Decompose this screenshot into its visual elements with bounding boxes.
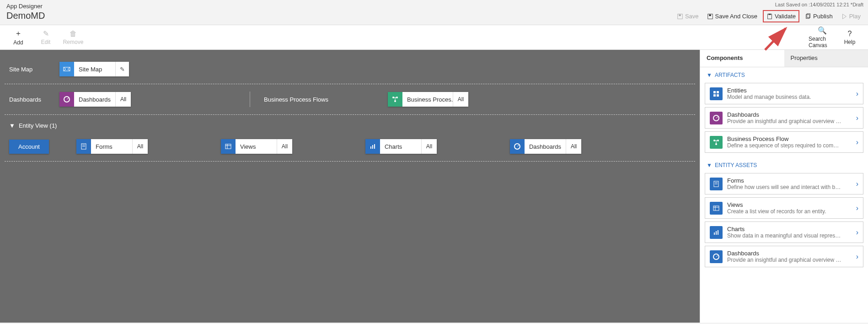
component-forms[interactable]: FormsDefine how users will see and inter… [705, 173, 863, 194]
forms-icon [710, 178, 723, 190]
save-button: Save [674, 11, 702, 22]
app-title: App Designer [6, 3, 862, 10]
svg-rect-24 [374, 144, 375, 149]
save-and-close-button[interactable]: Save And Close [704, 11, 761, 22]
ent-dashboards-count[interactable]: All [566, 139, 581, 154]
charts-text: Charts [380, 139, 421, 154]
component-views[interactable]: ViewsCreate a list view of records for a… [705, 197, 863, 219]
save-and-close-label: Save And Close [715, 13, 758, 20]
charts-icon [365, 139, 380, 154]
header-actions: Save Save And Close Validate Publish Pla… [674, 10, 863, 22]
save-close-icon [707, 13, 713, 20]
remove-button: 🗑 Remove [59, 30, 87, 45]
entities-title: Entities [727, 87, 811, 94]
bpf-card[interactable]: Business Proces... All [388, 92, 468, 107]
add-button[interactable]: ＋ Add [5, 29, 32, 46]
chevron-right-icon: › [856, 253, 858, 261]
views-comp-title: Views [727, 201, 826, 208]
svg-rect-19 [225, 144, 231, 149]
help-button[interactable]: ? Help [836, 30, 863, 45]
chevron-right-icon: › [856, 90, 858, 98]
account-entity-card[interactable]: Account [9, 140, 49, 154]
publish-button[interactable]: Publish [802, 11, 836, 22]
tab-properties[interactable]: Properties [784, 50, 868, 67]
chevron-down-icon: ▼ [707, 72, 712, 78]
forms-text: Forms [91, 139, 132, 154]
save-icon [677, 13, 683, 20]
help-icon: ? [848, 30, 852, 38]
charts-comp-desc: Show data in a meaningful and visual rep… [727, 232, 841, 239]
chevron-right-icon: › [856, 180, 858, 188]
tab-components[interactable]: Components [700, 50, 784, 67]
play-button: Play [838, 11, 863, 22]
entity-assets-section-header[interactable]: ▼ ENTITY ASSETS [700, 157, 868, 170]
validate-label: Validate [775, 13, 796, 20]
entity-view-header[interactable]: ▼ Entity View (1) [5, 115, 695, 132]
entities-icon [710, 87, 723, 100]
sitemap-icon [59, 62, 74, 76]
artifacts-section-header[interactable]: ▼ ARTIFACTS [700, 67, 868, 80]
svg-rect-37 [713, 206, 719, 211]
entity-dashboards-card[interactable]: Dashboards All [510, 139, 581, 154]
sitemap-label: Site Map [9, 66, 59, 73]
views-card[interactable]: Views All [221, 139, 292, 154]
dashboards-asset-desc: Provide an insightful and graphical over… [727, 257, 841, 263]
views-count[interactable]: All [277, 139, 292, 154]
bpf-icon [710, 136, 723, 149]
play-icon [841, 13, 847, 20]
svg-rect-5 [768, 13, 771, 15]
charts-icon [710, 226, 723, 239]
component-entities[interactable]: EntitiesModel and manage business data. … [705, 83, 863, 104]
dashboard-icon [510, 139, 525, 154]
forms-count[interactable]: All [132, 139, 148, 154]
edit-button: ✎ Edit [32, 29, 59, 45]
sidebar-tabs: Components Properties [700, 50, 868, 67]
component-charts[interactable]: ChartsShow data in a meaningful and visu… [705, 221, 863, 243]
sitemap-card[interactable]: Site Map ✎ [59, 62, 129, 76]
charts-card[interactable]: Charts All [365, 139, 437, 154]
bpf-count[interactable]: All [453, 92, 468, 107]
bpf-label: Business Process Flows [264, 96, 328, 103]
charts-count[interactable]: All [421, 139, 437, 154]
search-label: Search Canvas [809, 36, 836, 49]
dashboards-count[interactable]: All [115, 92, 131, 107]
component-bpf[interactable]: Business Process FlowDefine a sequence o… [705, 131, 863, 153]
forms-card[interactable]: Forms All [76, 139, 148, 154]
remove-label: Remove [63, 39, 84, 45]
sitemap-row: Site Map Site Map ✎ [5, 54, 695, 84]
chevron-down-icon: ▼ [9, 122, 15, 129]
dashboards-comp-desc: Provide an insightful and graphical over… [727, 118, 841, 124]
component-dashboards-asset[interactable]: DashboardsProvide an insightful and grap… [705, 246, 863, 267]
svg-rect-26 [713, 91, 716, 93]
divider [250, 92, 250, 107]
chevron-down-icon: ▼ [707, 162, 712, 168]
dashboard-icon [59, 92, 74, 107]
plus-icon: ＋ [15, 29, 22, 38]
chevron-right-icon: › [856, 228, 858, 237]
chevron-right-icon: › [856, 138, 858, 146]
bpf-comp-desc: Define a sequence of steps required to c… [727, 142, 841, 149]
svg-rect-28 [713, 94, 716, 97]
views-comp-desc: Create a list view of records for an ent… [727, 208, 826, 215]
forms-comp-desc: Define how users will see and interact w… [727, 184, 841, 190]
designer-canvas: Site Map Site Map ✎ Dashboards Dashboard… [0, 50, 700, 323]
entity-view-label: Entity View (1) [19, 122, 57, 129]
publish-label: Publish [813, 13, 833, 20]
svg-rect-3 [709, 14, 711, 16]
dashboard-icon [710, 112, 723, 124]
main-area: Site Map Site Map ✎ Dashboards Dashboard… [0, 50, 868, 323]
charts-comp-title: Charts [727, 226, 841, 232]
svg-rect-42 [718, 230, 718, 235]
sitemap-edit-button[interactable]: ✎ [115, 62, 129, 76]
component-dashboards[interactable]: DashboardsProvide an insightful and grap… [705, 107, 863, 129]
app-header: App Designer DemoMD Last Saved on :14/09… [0, 0, 868, 25]
dashboards-label: Dashboards [9, 96, 59, 103]
validate-icon [766, 13, 773, 20]
search-canvas-button[interactable]: 🔍 Search Canvas [809, 26, 836, 49]
dashboards-card[interactable]: Dashboards All [59, 92, 131, 107]
svg-rect-22 [370, 146, 371, 149]
dashboards-card-text: Dashboards [74, 92, 115, 107]
validate-button[interactable]: Validate [763, 10, 799, 22]
entity-assets-label: ENTITY ASSETS [715, 162, 757, 168]
help-label: Help [844, 39, 856, 45]
